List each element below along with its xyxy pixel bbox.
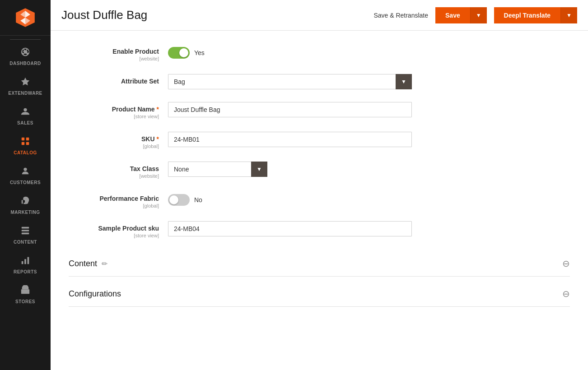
sku-required: * (157, 135, 159, 143)
svg-rect-12 (22, 227, 29, 229)
sidebar-item-sales-label: SALES (17, 120, 33, 125)
sidebar-item-content-label: CONTENT (14, 240, 37, 245)
save-retranslate-link[interactable]: Save & Retranslate (373, 12, 428, 19)
tax-class-select[interactable]: None Taxable Goods (168, 162, 267, 177)
toggle-knob (179, 48, 188, 57)
attribute-set-control: Bag Default ▼ (168, 74, 412, 89)
performance-fabric-scope: [global] (69, 203, 159, 208)
sku-control (168, 132, 412, 147)
sidebar-item-catalog[interactable]: CATALOG (0, 131, 51, 161)
content-section-toggle-icon[interactable]: ⊖ (562, 258, 570, 269)
stores-icon (20, 285, 30, 297)
enable-product-field: Enable Product [website] Yes (69, 44, 570, 61)
tax-class-label-group: Tax Class [website] (69, 162, 168, 179)
svg-rect-15 (22, 261, 23, 264)
tax-class-field: Tax Class [website] None Taxable Goods ▼ (69, 162, 570, 179)
page-title: Joust Duffle Bag (61, 8, 373, 22)
configurations-section-toggle-icon[interactable]: ⊖ (562, 288, 570, 299)
save-dropdown-button[interactable]: ▼ (470, 7, 487, 23)
deepl-button-group: Deepl Translate ▼ (494, 7, 577, 23)
sidebar-item-marketing[interactable]: MARKETING (0, 190, 51, 220)
sidebar-item-content[interactable]: CONTENT (0, 220, 51, 250)
sku-input[interactable] (168, 132, 412, 147)
attribute-set-label-group: Attribute Set (69, 74, 168, 85)
sample-product-sku-label: Sample Product sku (69, 225, 159, 232)
sales-icon (20, 106, 30, 119)
performance-fabric-toggle-wrapper: No (168, 191, 412, 206)
svg-rect-7 (22, 138, 24, 140)
page-header: Joust Duffle Bag Save & Retranslate Save… (51, 0, 588, 31)
sidebar-item-customers-label: CUSTOMERS (10, 180, 41, 185)
sidebar-item-marketing-label: MARKETING (10, 210, 40, 215)
svg-rect-16 (24, 259, 26, 264)
product-name-required: * (157, 106, 159, 113)
performance-fabric-label: Performance Fabric (69, 195, 159, 202)
enable-product-label: Enable Product (69, 48, 159, 55)
performance-fabric-value: No (194, 196, 202, 204)
sidebar: DASHBOARD EXTENDWARE SALES CATALOG CUSTO… (0, 0, 51, 370)
attribute-set-field: Attribute Set Bag Default ▼ (69, 74, 570, 89)
magento-logo-icon (14, 6, 37, 29)
product-name-field: Product Name* [store view] (69, 102, 570, 119)
tax-class-select-wrapper: None Taxable Goods ▼ (168, 162, 267, 177)
logo[interactable] (0, 0, 51, 36)
attribute-set-label: Attribute Set (69, 78, 159, 85)
sidebar-item-reports-label: REPORTS (14, 269, 37, 274)
performance-fabric-toggle[interactable] (168, 194, 190, 206)
configurations-section-title: Configurations (69, 289, 121, 299)
svg-rect-17 (28, 257, 29, 264)
enable-product-value: Yes (194, 49, 205, 56)
svg-point-6 (23, 108, 27, 111)
customers-icon (20, 166, 30, 178)
svg-rect-10 (26, 142, 29, 145)
enable-product-scope: [website] (69, 56, 159, 61)
enable-product-toggle[interactable] (168, 47, 190, 59)
svg-rect-13 (22, 230, 29, 231)
form-area: Enable Product [website] Yes Attribute S… (51, 31, 588, 370)
product-name-scope: [store view] (69, 114, 159, 119)
performance-fabric-label-group: Performance Fabric [global] (69, 191, 168, 208)
content-section-header[interactable]: Content ✏ ⊖ (69, 251, 570, 277)
sample-product-sku-label-group: Sample Product sku [store view] (69, 221, 168, 238)
performance-fabric-field: Performance Fabric [global] No (69, 191, 570, 208)
sku-scope: [global] (69, 143, 159, 149)
sample-product-sku-scope: [store view] (69, 233, 159, 238)
svg-point-19 (24, 291, 26, 293)
header-actions: Save & Retranslate Save ▼ Deepl Translat… (373, 7, 577, 23)
save-button[interactable]: Save (435, 7, 470, 23)
sku-field: SKU* [global] (69, 132, 570, 149)
sidebar-item-dashboard[interactable]: DASHBOARD (0, 42, 51, 71)
deepl-dropdown-button[interactable]: ▼ (560, 7, 577, 23)
sidebar-item-sales[interactable]: SALES (0, 101, 51, 131)
product-name-label: Product Name* (69, 106, 159, 113)
attribute-set-select-wrapper: Bag Default ▼ (168, 74, 412, 89)
attribute-set-select[interactable]: Bag Default (168, 74, 412, 89)
performance-fabric-control: No (168, 191, 412, 206)
tax-class-scope: [website] (69, 173, 159, 179)
sidebar-item-extendware-label: EXTENDWARE (8, 91, 42, 96)
enable-product-label-group: Enable Product [website] (69, 44, 168, 61)
sample-product-sku-input[interactable] (168, 221, 412, 236)
content-section-title: Content ✏ (69, 259, 107, 268)
main-content: Joust Duffle Bag Save & Retranslate Save… (51, 0, 588, 370)
configurations-section-header[interactable]: Configurations ⊖ (69, 281, 570, 307)
sidebar-item-customers[interactable]: CUSTOMERS (0, 161, 51, 190)
sidebar-item-reports[interactable]: REPORTS (0, 250, 51, 280)
pencil-icon[interactable]: ✏ (102, 259, 107, 268)
save-button-group: Save ▼ (435, 7, 487, 23)
marketing-icon (20, 196, 30, 208)
toggle-wrapper: Yes (168, 44, 412, 59)
sidebar-item-extendware[interactable]: EXTENDWARE (0, 71, 51, 101)
sample-product-sku-field: Sample Product sku [store view] (69, 221, 570, 238)
deepl-translate-button[interactable]: Deepl Translate (494, 7, 561, 23)
tax-class-label: Tax Class (69, 165, 159, 172)
sidebar-item-catalog-label: CATALOG (14, 150, 37, 155)
svg-rect-9 (22, 142, 24, 145)
sidebar-item-stores[interactable]: STORES (0, 280, 51, 310)
content-icon (20, 226, 30, 238)
catalog-icon (20, 136, 30, 148)
reports-icon (20, 255, 30, 268)
sidebar-item-stores-label: STORES (15, 299, 35, 304)
product-name-input[interactable] (168, 102, 412, 117)
performance-fabric-knob (169, 195, 178, 204)
